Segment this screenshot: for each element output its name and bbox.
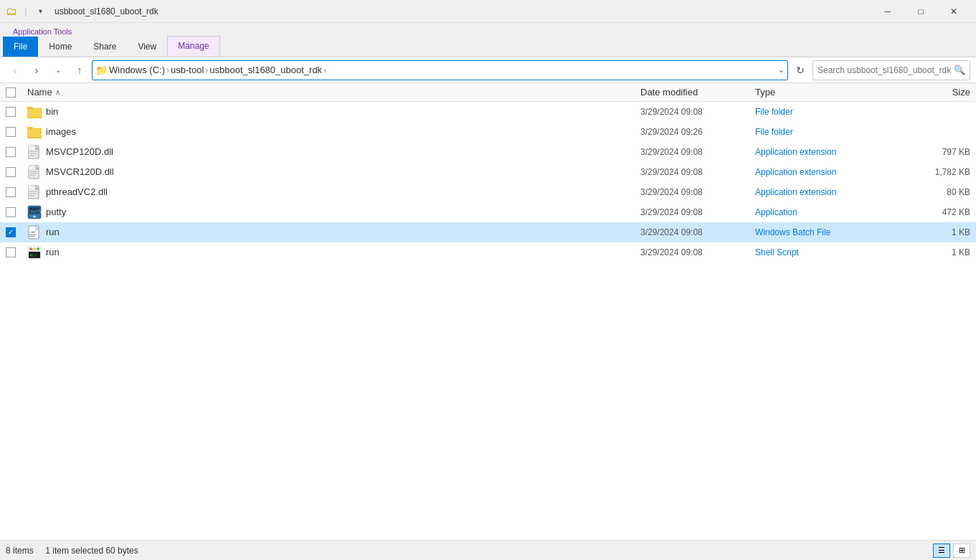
file-list-header: Name ∧ Date modified Type Size [0, 83, 976, 102]
row-date: 3/29/2024 09:08 [640, 187, 755, 197]
up-button[interactable]: ↑ [70, 61, 89, 80]
tab-manage[interactable]: Manage [167, 36, 219, 57]
row-checkbox-col [6, 247, 27, 257]
ribbon: Application Tools File Home Share View M… [0, 23, 976, 57]
svg-rect-14 [29, 166, 35, 169]
table-row[interactable]: #!/ run 3/29/2024 09:08 Shell Script 1 K… [0, 242, 976, 262]
address-part-2: usb-tool › [171, 65, 208, 75]
file-name: putty [46, 207, 66, 217]
item-count-text: 8 items [6, 546, 34, 556]
row-checkbox-col [6, 187, 27, 197]
ribbon-tabs: File Home Share View Manage [0, 36, 976, 57]
qat-dropdown[interactable]: ▾ [34, 6, 46, 17]
row-type: File folder [755, 107, 899, 117]
file-name: bin [46, 106, 58, 117]
table-row[interactable]: pthreadVC2.dll 3/29/2024 09:08 Applicati… [0, 182, 976, 202]
address-sep-2: › [205, 65, 208, 75]
tab-home[interactable]: Home [38, 37, 82, 57]
file-name: MSVCP120D.dll [46, 146, 113, 157]
row-checkbox-col [6, 207, 27, 217]
application-tools-label: Application Tools [3, 27, 82, 36]
row-checkbox[interactable] [6, 207, 16, 217]
row-name-col: MSVCP120D.dll [27, 145, 640, 159]
row-name-col: PuTTY putty [27, 205, 640, 219]
maximize-button[interactable]: □ [904, 0, 937, 23]
tab-share[interactable]: Share [82, 37, 127, 57]
address-sep-3: › [323, 65, 326, 75]
row-type: Application extension [755, 167, 899, 177]
row-date: 3/29/2024 09:08 [640, 207, 755, 217]
row-date: 3/29/2024 09:26 [640, 127, 755, 137]
address-dropdown-btn[interactable]: ⌄ [778, 65, 785, 75]
back-button[interactable]: ‹ [6, 61, 24, 80]
address-part-3: usbboot_sl1680_uboot_rdk › [209, 65, 326, 75]
row-date: 3/29/2024 09:08 [640, 167, 755, 177]
row-checkbox[interactable] [6, 167, 16, 177]
search-icon: 🔍 [954, 65, 965, 75]
tab-view[interactable]: View [127, 37, 167, 57]
minimize-button[interactable]: ─ [871, 0, 904, 23]
row-checkbox[interactable]: ✓ [6, 227, 16, 237]
close-button[interactable]: ✕ [937, 0, 970, 23]
row-checkbox[interactable] [6, 127, 16, 137]
address-bar-area: ‹ › ⌄ ↑ 📁 Windows (C:) › usb-tool › usbb… [0, 57, 976, 83]
title-bar-controls: ─ □ ✕ [871, 0, 970, 23]
refresh-button[interactable]: ↻ [791, 61, 810, 80]
row-date: 3/29/2024 09:08 [640, 247, 755, 257]
row-name-col: pthreadVC2.dll [27, 185, 640, 199]
file-name: images [46, 126, 76, 137]
file-icon [27, 125, 42, 139]
title-bar: 🗂 | ▾ usbboot_sl1680_uboot_rdk ─ □ ✕ [0, 0, 976, 23]
address-part-1: Windows (C:) › [109, 65, 169, 75]
header-check[interactable] [6, 87, 27, 98]
status-bar-right: ☰ ⊞ [933, 544, 970, 558]
file-icon [27, 185, 42, 199]
file-icon: cmd [27, 225, 42, 239]
tab-file[interactable]: File [3, 37, 38, 57]
search-bar: 🔍 [812, 60, 970, 80]
file-name: run [46, 227, 60, 237]
sort-arrow: ∧ [55, 88, 60, 96]
details-view-button[interactable]: ☰ [933, 544, 950, 558]
header-name-label: Name [27, 87, 52, 98]
row-checkbox[interactable] [6, 147, 16, 157]
table-row[interactable]: MSVCP120D.dll 3/29/2024 09:08 Applicatio… [0, 142, 976, 162]
row-checkbox[interactable] [6, 247, 16, 257]
table-row[interactable]: bin 3/29/2024 09:08 File folder [0, 102, 976, 122]
svg-text:PuTTY: PuTTY [31, 209, 42, 214]
table-row[interactable]: images 3/29/2024 09:26 File folder [0, 122, 976, 142]
address-bar[interactable]: 📁 Windows (C:) › usb-tool › usbboot_sl16… [92, 60, 788, 80]
svg-point-35 [37, 247, 39, 250]
row-size: 1 KB [899, 227, 970, 237]
selected-info-text: 1 item selected 60 bytes [45, 546, 138, 556]
row-type: Application [755, 207, 899, 217]
file-icon [27, 105, 42, 119]
header-size[interactable]: Size [899, 87, 970, 98]
status-bar: 8 items 1 item selected 60 bytes ☰ ⊞ [0, 540, 976, 560]
header-date[interactable]: Date modified [640, 87, 755, 98]
select-all-checkbox[interactable] [6, 87, 16, 98]
file-icon [27, 145, 42, 159]
title-bar-left: 🗂 | ▾ usbboot_sl1680_uboot_rdk [6, 6, 158, 17]
row-checkbox[interactable] [6, 187, 16, 197]
svg-rect-6 [27, 128, 42, 138]
row-date: 3/29/2024 09:08 [640, 147, 755, 157]
svg-rect-2 [27, 108, 42, 118]
row-type: Application extension [755, 147, 899, 157]
window-title: usbboot_sl1680_uboot_rdk [55, 6, 158, 16]
recent-button[interactable]: ⌄ [49, 61, 67, 80]
row-checkbox[interactable] [6, 107, 16, 117]
qat-icon-1[interactable]: 🗂 [6, 6, 17, 17]
header-name[interactable]: Name ∧ [27, 87, 640, 98]
forward-button[interactable]: › [27, 61, 46, 80]
svg-point-33 [29, 247, 32, 250]
svg-text:#!/: #!/ [30, 253, 37, 257]
file-name: run [46, 247, 60, 257]
large-icons-view-button[interactable]: ⊞ [953, 544, 970, 558]
table-row[interactable]: MSVCR120D.dll 3/29/2024 09:08 Applicatio… [0, 162, 976, 182]
table-row[interactable]: PuTTY putty 3/29/2024 09:08 Application … [0, 202, 976, 222]
header-type[interactable]: Type [755, 87, 899, 98]
table-row[interactable]: ✓ cmd run 3/29/2024 09:08 Windows Batch … [0, 222, 976, 242]
search-input[interactable] [818, 65, 951, 75]
svg-point-27 [34, 215, 36, 217]
